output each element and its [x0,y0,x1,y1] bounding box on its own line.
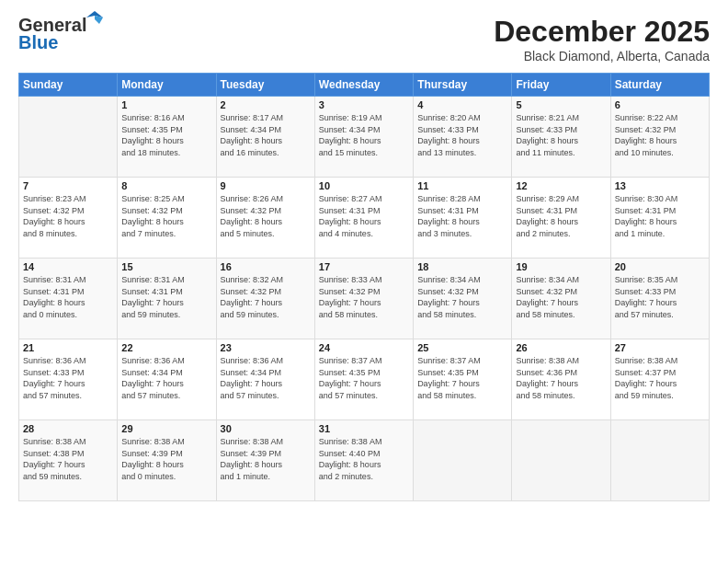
calendar-cell: 13Sunrise: 8:30 AM Sunset: 4:31 PM Dayli… [610,178,709,259]
day-detail: Sunrise: 8:22 AM Sunset: 4:32 PM Dayligh… [615,112,705,158]
calendar-cell: 1Sunrise: 8:16 AM Sunset: 4:35 PM Daylig… [118,97,216,178]
day-detail: Sunrise: 8:30 AM Sunset: 4:31 PM Dayligh… [615,193,705,239]
calendar-cell: 28Sunrise: 8:38 AM Sunset: 4:38 PM Dayli… [19,420,118,501]
title-area: December 2025 Black Diamond, Alberta, Ca… [494,15,710,63]
day-detail: Sunrise: 8:36 AM Sunset: 4:33 PM Dayligh… [23,355,113,401]
day-number: 28 [23,423,113,434]
day-detail: Sunrise: 8:38 AM Sunset: 4:37 PM Dayligh… [615,355,705,401]
day-number: 7 [23,180,113,191]
weekday-header-saturday: Saturday [610,74,709,97]
day-detail: Sunrise: 8:34 AM Sunset: 4:32 PM Dayligh… [417,274,507,320]
day-detail: Sunrise: 8:31 AM Sunset: 4:31 PM Dayligh… [121,274,211,320]
weekday-header-monday: Monday [118,74,216,97]
day-number: 20 [615,261,705,272]
calendar-cell [19,97,118,178]
day-number: 12 [516,180,606,191]
day-number: 5 [516,99,606,110]
calendar-cell: 27Sunrise: 8:38 AM Sunset: 4:37 PM Dayli… [610,339,709,420]
day-detail: Sunrise: 8:34 AM Sunset: 4:32 PM Dayligh… [516,274,606,320]
day-number: 13 [615,180,705,191]
calendar-cell: 18Sunrise: 8:34 AM Sunset: 4:32 PM Dayli… [414,259,512,339]
weekday-header-friday: Friday [512,74,610,97]
day-number: 27 [615,342,705,353]
day-number: 4 [417,99,507,110]
day-detail: Sunrise: 8:28 AM Sunset: 4:31 PM Dayligh… [417,193,507,239]
day-detail: Sunrise: 8:27 AM Sunset: 4:31 PM Dayligh… [319,193,409,239]
day-detail: Sunrise: 8:17 AM Sunset: 4:34 PM Dayligh… [221,112,311,158]
calendar-cell: 25Sunrise: 8:37 AM Sunset: 4:35 PM Dayli… [414,339,512,420]
day-number: 1 [121,99,211,110]
calendar-cell: 9Sunrise: 8:26 AM Sunset: 4:32 PM Daylig… [216,178,314,259]
calendar-cell: 16Sunrise: 8:32 AM Sunset: 4:32 PM Dayli… [216,259,314,339]
day-number: 3 [319,99,409,110]
month-title: December 2025 [494,15,710,49]
day-number: 2 [221,99,311,110]
calendar-cell: 21Sunrise: 8:36 AM Sunset: 4:33 PM Dayli… [19,339,118,420]
calendar-table: SundayMondayTuesdayWednesdayThursdayFrid… [18,73,710,501]
calendar-cell [610,420,709,501]
calendar-week-3: 14Sunrise: 8:31 AM Sunset: 4:31 PM Dayli… [19,259,710,339]
day-detail: Sunrise: 8:23 AM Sunset: 4:32 PM Dayligh… [23,193,113,239]
day-number: 17 [319,261,409,272]
calendar-cell [512,420,610,501]
calendar-cell: 5Sunrise: 8:21 AM Sunset: 4:33 PM Daylig… [512,97,610,178]
calendar-cell: 23Sunrise: 8:36 AM Sunset: 4:34 PM Dayli… [216,339,314,420]
day-number: 15 [121,261,211,272]
day-number: 29 [121,423,211,434]
calendar-week-2: 7Sunrise: 8:23 AM Sunset: 4:32 PM Daylig… [19,178,710,259]
day-detail: Sunrise: 8:37 AM Sunset: 4:35 PM Dayligh… [417,355,507,401]
day-detail: Sunrise: 8:38 AM Sunset: 4:38 PM Dayligh… [23,436,113,482]
day-detail: Sunrise: 8:37 AM Sunset: 4:35 PM Dayligh… [319,355,409,401]
calendar-week-1: 1Sunrise: 8:16 AM Sunset: 4:35 PM Daylig… [19,97,710,178]
calendar-cell: 29Sunrise: 8:38 AM Sunset: 4:39 PM Dayli… [118,420,216,501]
day-number: 24 [319,342,409,353]
day-detail: Sunrise: 8:38 AM Sunset: 4:39 PM Dayligh… [221,436,311,482]
day-detail: Sunrise: 8:35 AM Sunset: 4:33 PM Dayligh… [615,274,705,320]
day-detail: Sunrise: 8:38 AM Sunset: 4:39 PM Dayligh… [121,436,211,482]
day-number: 16 [221,261,311,272]
logo-general: General [18,15,86,35]
calendar-week-4: 21Sunrise: 8:36 AM Sunset: 4:33 PM Dayli… [19,339,710,420]
day-number: 23 [221,342,311,353]
calendar-cell: 7Sunrise: 8:23 AM Sunset: 4:32 PM Daylig… [19,178,118,259]
weekday-header-tuesday: Tuesday [216,74,314,97]
calendar-cell: 12Sunrise: 8:29 AM Sunset: 4:31 PM Dayli… [512,178,610,259]
calendar-cell: 17Sunrise: 8:33 AM Sunset: 4:32 PM Dayli… [314,259,413,339]
day-number: 19 [516,261,606,272]
day-number: 8 [121,180,211,191]
calendar-cell: 22Sunrise: 8:36 AM Sunset: 4:34 PM Dayli… [118,339,216,420]
day-number: 21 [23,342,113,353]
calendar-cell: 30Sunrise: 8:38 AM Sunset: 4:39 PM Dayli… [216,420,314,501]
day-number: 31 [319,423,409,434]
calendar-cell: 10Sunrise: 8:27 AM Sunset: 4:31 PM Dayli… [314,178,413,259]
day-number: 26 [516,342,606,353]
day-detail: Sunrise: 8:21 AM Sunset: 4:33 PM Dayligh… [516,112,606,158]
day-number: 30 [221,423,311,434]
page-header: General Blue December 2025 Black Diamond… [18,15,710,63]
weekday-header-row: SundayMondayTuesdayWednesdayThursdayFrid… [19,74,710,97]
day-number: 6 [615,99,705,110]
calendar-cell: 19Sunrise: 8:34 AM Sunset: 4:32 PM Dayli… [512,259,610,339]
day-number: 22 [121,342,211,353]
day-detail: Sunrise: 8:26 AM Sunset: 4:32 PM Dayligh… [221,193,311,239]
logo: General Blue [18,15,105,53]
calendar-cell: 24Sunrise: 8:37 AM Sunset: 4:35 PM Dayli… [314,339,413,420]
day-number: 18 [417,261,507,272]
day-detail: Sunrise: 8:25 AM Sunset: 4:32 PM Dayligh… [121,193,211,239]
calendar-cell: 15Sunrise: 8:31 AM Sunset: 4:31 PM Dayli… [118,259,216,339]
day-number: 11 [417,180,507,191]
day-detail: Sunrise: 8:19 AM Sunset: 4:34 PM Dayligh… [319,112,409,158]
calendar-cell: 31Sunrise: 8:38 AM Sunset: 4:40 PM Dayli… [314,420,413,501]
calendar-cell: 2Sunrise: 8:17 AM Sunset: 4:34 PM Daylig… [216,97,314,178]
day-detail: Sunrise: 8:38 AM Sunset: 4:36 PM Dayligh… [516,355,606,401]
weekday-header-thursday: Thursday [414,74,512,97]
day-number: 10 [319,180,409,191]
day-number: 9 [221,180,311,191]
calendar-cell: 4Sunrise: 8:20 AM Sunset: 4:33 PM Daylig… [414,97,512,178]
day-detail: Sunrise: 8:29 AM Sunset: 4:31 PM Dayligh… [516,193,606,239]
day-number: 25 [417,342,507,353]
weekday-header-sunday: Sunday [19,74,118,97]
calendar-cell: 3Sunrise: 8:19 AM Sunset: 4:34 PM Daylig… [314,97,413,178]
weekday-header-wednesday: Wednesday [314,74,413,97]
location: Black Diamond, Alberta, Canada [494,49,710,63]
